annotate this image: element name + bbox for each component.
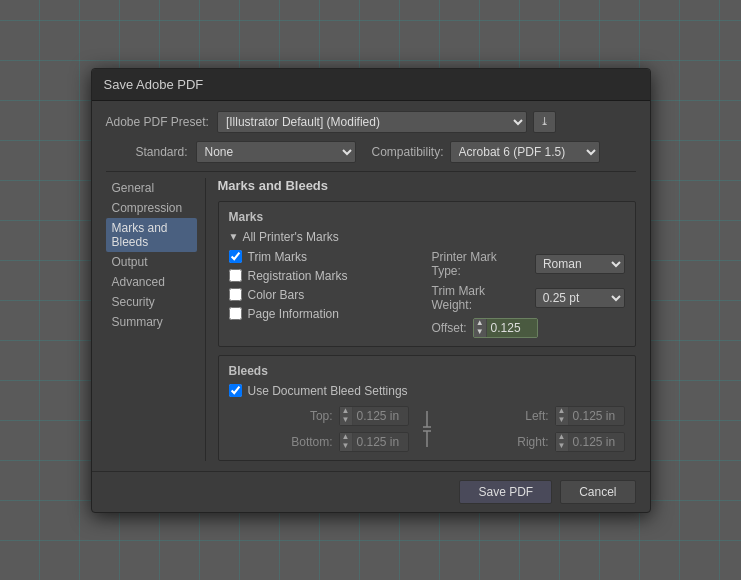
bleed-left-col: Top: ▲ ▼ 0.125 in Bottom [229,406,409,452]
reg-marks-checkbox[interactable] [229,269,242,282]
trim-marks-label: Trim Marks [248,250,308,264]
dialog-titlebar: Save Adobe PDF [92,69,650,101]
section-title: Marks and Bleeds [218,178,636,193]
bleed-top-label: Top: [310,409,333,423]
bleed-right-down[interactable]: ▼ [556,442,568,451]
reg-marks-label: Registration Marks [248,269,348,283]
use-doc-bleed-checkbox[interactable] [229,384,242,397]
standard-select[interactable]: None [196,141,356,163]
bleed-left-value: 0.125 in [569,409,624,423]
use-doc-bleed-row: Use Document Bleed Settings [229,384,625,398]
printer-mark-type-label: Printer Mark Type: [432,250,529,278]
main-content: General Compression Marks and Bleeds Out… [106,178,636,461]
color-bars-row: Color Bars [229,288,422,302]
bleed-right-value: 0.125 in [569,435,624,449]
bleed-bottom-spinner: ▲ ▼ [340,433,353,451]
page-info-row: Page Information [229,307,422,321]
offset-label: Offset: [432,321,467,335]
marks-right: Printer Mark Type: Roman Trim Mark Weigh… [432,250,625,338]
trim-mark-weight-label: Trim Mark Weight: [432,284,529,312]
trim-marks-checkbox[interactable] [229,250,242,263]
cancel-button[interactable]: Cancel [560,480,635,504]
bleed-left-input: ▲ ▼ 0.125 in [555,406,625,426]
trim-mark-weight-select[interactable]: 0.25 pt [535,288,625,308]
marks-left: Trim Marks Registration Marks Color Bars [229,250,422,338]
bleed-left-label: Left: [525,409,548,423]
bleed-fields-wrap: Top: ▲ ▼ 0.125 in Bottom [229,406,625,452]
sidebar-item-advanced[interactable]: Advanced [106,272,197,292]
sidebar-item-compression[interactable]: Compression [106,198,197,218]
sidebar: General Compression Marks and Bleeds Out… [106,178,206,461]
offset-down-button[interactable]: ▼ [474,328,486,337]
preset-row: Adobe PDF Preset: [Illustrator Default] … [106,111,636,133]
page-info-checkbox[interactable] [229,307,242,320]
link-icon [419,409,435,449]
bleed-bottom-input: ▲ ▼ 0.125 in [339,432,409,452]
compat-select[interactable]: Acrobat 6 (PDF 1.5) [450,141,600,163]
content-area: Marks and Bleeds Marks ▼ All Printer's M… [218,178,636,461]
bleed-right-label: Right: [517,435,548,449]
trim-mark-weight-row: Trim Mark Weight: 0.25 pt [432,284,625,312]
color-bars-label: Color Bars [248,288,305,302]
bleed-top-down[interactable]: ▼ [340,416,352,425]
color-bars-checkbox[interactable] [229,288,242,301]
standard-compat-row: Standard: None Compatibility: Acrobat 6 … [106,141,636,163]
bleed-top-value: 0.125 in [353,409,408,423]
printer-mark-type-select[interactable]: Roman [535,254,625,274]
save-pdf-button[interactable]: Save PDF [459,480,552,504]
preset-select[interactable]: [Illustrator Default] (Modified) [217,111,527,133]
bleed-bottom-value: 0.125 in [353,435,408,449]
bleed-bottom-row: Bottom: ▲ ▼ 0.125 in [229,432,409,452]
save-pdf-dialog: Save Adobe PDF Adobe PDF Preset: [Illust… [91,68,651,513]
sidebar-item-general[interactable]: General [106,178,197,198]
preset-label: Adobe PDF Preset: [106,115,217,129]
use-doc-bleed-label: Use Document Bleed Settings [248,384,408,398]
bleed-right-input: ▲ ▼ 0.125 in [555,432,625,452]
sidebar-item-output[interactable]: Output [106,252,197,272]
sidebar-item-security[interactable]: Security [106,292,197,312]
bleed-left-down[interactable]: ▼ [556,416,568,425]
compat-label: Compatibility: [372,145,450,159]
marks-sub-title: Marks [229,210,625,224]
bleed-top-row: Top: ▲ ▼ 0.125 in [229,406,409,426]
bleed-left-spinner: ▲ ▼ [556,407,569,425]
bleed-top-spinner: ▲ ▼ [340,407,353,425]
sidebar-item-summary[interactable]: Summary [106,312,197,332]
all-printers-label: ▼ All Printer's Marks [229,230,625,244]
bleed-right-row: Right: ▲ ▼ 0.125 in [445,432,625,452]
offset-row: Offset: ▲ ▼ 0.125 [432,318,625,338]
printer-mark-type-row: Printer Mark Type: Roman [432,250,625,278]
download-preset-button[interactable]: ⤓ [533,111,556,133]
dialog-footer: Save PDF Cancel [92,471,650,512]
marks-grid: Trim Marks Registration Marks Color Bars [229,250,625,338]
marks-section-box: Marks ▼ All Printer's Marks Trim Marks [218,201,636,347]
bleed-right-spinner: ▲ ▼ [556,433,569,451]
bleed-bottom-label: Bottom: [291,435,332,449]
bleeds-title: Bleeds [229,364,625,378]
standard-label: Standard: [106,145,196,159]
expand-icon: ▼ [229,231,239,242]
dialog-title: Save Adobe PDF [104,77,204,92]
bleed-bottom-down[interactable]: ▼ [340,442,352,451]
offset-spinner: ▲ ▼ [474,319,487,337]
sidebar-item-marks-and-bleeds[interactable]: Marks and Bleeds [106,218,197,252]
bleed-right-col: Left: ▲ ▼ 0.125 in Right [445,406,625,452]
trim-marks-row: Trim Marks [229,250,422,264]
offset-input-wrap: ▲ ▼ 0.125 [473,318,538,338]
bleeds-section: Bleeds Use Document Bleed Settings Top: [218,355,636,461]
reg-marks-row: Registration Marks [229,269,422,283]
page-info-label: Page Information [248,307,339,321]
offset-value: 0.125 [487,319,537,337]
bleed-top-input: ▲ ▼ 0.125 in [339,406,409,426]
bleed-left-row: Left: ▲ ▼ 0.125 in [445,406,625,426]
